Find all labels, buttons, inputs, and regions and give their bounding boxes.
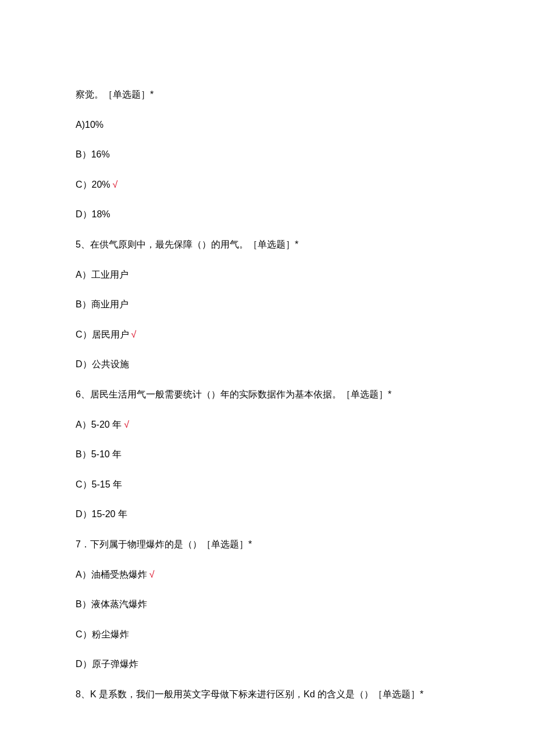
option-label: C）粉尘爆炸 <box>76 629 129 639</box>
correct-mark-icon: √ <box>113 180 118 189</box>
option-label: A）5-20 年 <box>76 420 122 429</box>
option: A)10% <box>76 117 459 132</box>
option-label: A）油桶受热爆炸 <box>76 569 147 579</box>
question-stem: 5、在供气原则中，最先保障（）的用气。［单选题］* <box>76 237 459 252</box>
option: C）5-15 年 <box>76 477 459 492</box>
option: C）粉尘爆炸 <box>76 627 459 642</box>
option-label: B）商业用户 <box>76 299 129 309</box>
option: B）商业用户 <box>76 297 459 312</box>
option-label: A)10% <box>76 120 104 130</box>
option-label: B）5-10 年 <box>76 449 122 459</box>
document-page: 察觉。［单选题］* A)10% B）16% C）20%√ D）18% 5、在供气… <box>0 0 535 751</box>
option-label: D）原子弹爆炸 <box>76 659 138 669</box>
question-stem: 8、K 是系数，我们一般用英文字母做下标来进行区别，Kd 的含义是（）［单选题］… <box>76 687 459 702</box>
question-stem: 6、居民生活用气一般需要统计（）年的实际数据作为基本依据。［单选题］* <box>76 387 459 402</box>
option: B）5-10 年 <box>76 447 459 462</box>
option-label: C）5-15 年 <box>76 479 122 489</box>
option: D）18% <box>76 207 459 222</box>
option: A）工业用户 <box>76 267 459 282</box>
option: A）5-20 年√ <box>76 417 459 432</box>
question-fragment-trailing: 察觉。［单选题］* <box>76 87 459 102</box>
correct-mark-icon: √ <box>131 329 137 339</box>
option-label: D）15-20 年 <box>76 509 127 519</box>
correct-mark-icon: √ <box>149 569 155 579</box>
option-label: D）18% <box>76 209 110 219</box>
option: B）液体蒸汽爆炸 <box>76 597 459 612</box>
option-label: B）液体蒸汽爆炸 <box>76 599 147 609</box>
option: D）原子弹爆炸 <box>76 657 459 672</box>
question-stem: 7．下列属于物理爆炸的是（）［单选题］* <box>76 537 459 552</box>
option-label: D）公共设施 <box>76 359 129 369</box>
option: C）20%√ <box>76 177 459 192</box>
option-label: A）工业用户 <box>76 270 129 280</box>
option: A）油桶受热爆炸√ <box>76 567 459 582</box>
option: B）16% <box>76 147 459 162</box>
option: D）15-20 年 <box>76 507 459 522</box>
option: D）公共设施 <box>76 357 459 372</box>
option-label: B）16% <box>76 149 110 159</box>
correct-mark-icon: √ <box>124 420 129 429</box>
option-label: C）居民用户 <box>76 329 129 339</box>
option-label: C）20% <box>76 180 110 189</box>
option: C）居民用户√ <box>76 327 459 342</box>
